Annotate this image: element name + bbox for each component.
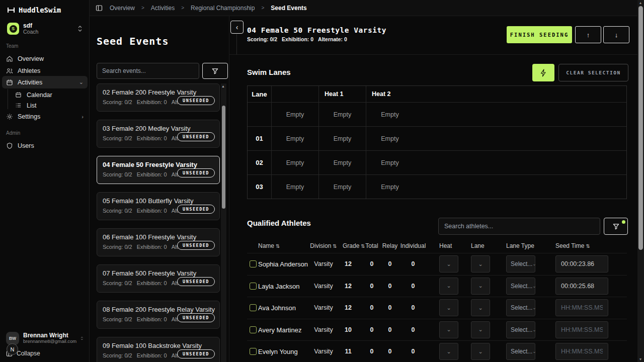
search-events-input[interactable] bbox=[97, 63, 199, 79]
athlete-total: 0 bbox=[366, 260, 378, 267]
scroll-up-icon[interactable]: ▲ bbox=[221, 84, 225, 88]
event-scoring: Scoring: 0/2 bbox=[103, 244, 132, 250]
column-header-seed-time[interactable]: Seed Time bbox=[555, 242, 584, 249]
lane-dropdown[interactable]: ⌄ bbox=[471, 299, 490, 316]
event-card[interactable]: 09 Female 100 Backstroke Varsity Scoring… bbox=[97, 337, 220, 362]
athlete-checkbox[interactable] bbox=[250, 283, 257, 290]
event-exhibition: Exhibition: 0 bbox=[137, 99, 167, 105]
page-scrollbar[interactable]: ▲ ▼ bbox=[637, 0, 644, 362]
event-card[interactable]: 07 Female 500 Freestyle Varsity Scoring:… bbox=[97, 264, 220, 293]
lane-slot[interactable]: Empty bbox=[272, 127, 319, 150]
events-scrollbar[interactable]: ▲ bbox=[221, 83, 226, 362]
lane-slot[interactable]: Empty bbox=[319, 175, 366, 199]
divider bbox=[229, 54, 638, 55]
lane-dropdown[interactable]: ⌄ bbox=[471, 255, 490, 273]
seed-time-input[interactable] bbox=[555, 321, 608, 338]
events-scrollbar-thumb[interactable] bbox=[222, 106, 225, 209]
sidebar-item-athletes[interactable]: Athletes bbox=[2, 64, 88, 77]
previous-event-button[interactable]: ↑ bbox=[575, 26, 601, 43]
lane-slot[interactable]: Empty bbox=[272, 151, 319, 174]
scroll-down-icon[interactable]: ▼ bbox=[639, 357, 642, 361]
search-athletes-input[interactable] bbox=[438, 218, 600, 235]
lane-slot[interactable]: Empty bbox=[366, 175, 414, 199]
lane-dropdown[interactable]: ⌄ bbox=[471, 278, 490, 295]
lane-slot[interactable]: Empty bbox=[366, 151, 414, 174]
column-header-grade[interactable]: Grade bbox=[343, 242, 359, 249]
status-badge: UNSEEDED bbox=[177, 349, 215, 358]
heat-dropdown[interactable]: ⌄ bbox=[439, 278, 458, 295]
filter-athletes-button[interactable] bbox=[604, 218, 628, 235]
heat-dropdown[interactable]: ⌄ bbox=[439, 343, 458, 360]
lane-slot[interactable]: Empty bbox=[366, 127, 414, 150]
event-exhibition: Exhibition: 0 bbox=[137, 280, 167, 286]
divider bbox=[236, 34, 237, 55]
seed-time-input[interactable] bbox=[555, 278, 608, 295]
chevron-down-icon: ⌄ bbox=[478, 283, 482, 289]
athlete-grade: 12 bbox=[341, 260, 356, 267]
seed-time-input[interactable] bbox=[555, 343, 608, 360]
lane-slot[interactable]: Empty bbox=[272, 175, 319, 199]
status-badge: UNSEEDED bbox=[177, 277, 215, 286]
athlete-checkbox[interactable] bbox=[250, 326, 257, 333]
status-badge: UNSEEDED bbox=[177, 132, 215, 141]
sidebar-item-overview[interactable]: Overview bbox=[2, 52, 88, 65]
lane-type-select[interactable]: Select...⌄ bbox=[506, 343, 535, 360]
lane-dropdown[interactable]: ⌄ bbox=[471, 321, 490, 338]
filter-active-dot bbox=[622, 220, 625, 224]
lane-type-select[interactable]: Select...⌄ bbox=[506, 255, 535, 273]
event-card-selected[interactable]: 04 Female 50 Freestyle Varsity Scoring: … bbox=[97, 156, 220, 184]
filter-events-button[interactable] bbox=[202, 63, 228, 79]
seed-time-input[interactable] bbox=[555, 255, 608, 273]
event-title: 08 Female 200 Freestyle Relay Varsity bbox=[103, 306, 214, 313]
seed-time-input[interactable] bbox=[555, 299, 608, 316]
athlete-name: Layla Jackson bbox=[258, 282, 299, 290]
athlete-checkbox[interactable] bbox=[250, 260, 257, 267]
lane-slot[interactable]: Empty bbox=[319, 151, 366, 174]
event-card[interactable]: 06 Female 100 Freestyle Varsity Scoring:… bbox=[97, 228, 220, 256]
sort-icon[interactable]: ⇅ bbox=[276, 243, 280, 249]
column-header-division[interactable]: Division bbox=[310, 242, 331, 249]
heat-dropdown[interactable]: ⌄ bbox=[439, 299, 458, 316]
page-scrollbar-thumb[interactable] bbox=[638, 6, 643, 250]
breadcrumb-overview[interactable]: Overview bbox=[110, 5, 135, 12]
lane-slot[interactable]: Empty bbox=[272, 103, 319, 126]
sort-icon[interactable]: ⇅ bbox=[586, 243, 590, 249]
chevron-down-icon: ⌄ bbox=[446, 326, 451, 333]
breadcrumb-regional-championship[interactable]: Regional Championship bbox=[191, 5, 255, 12]
event-card[interactable]: 08 Female 200 Freestyle Relay Varsity Sc… bbox=[97, 301, 220, 329]
sidebar-item-activities[interactable]: Activities ⌄ bbox=[2, 76, 88, 88]
status-badge: UNSEEDED bbox=[177, 168, 215, 177]
sort-icon[interactable]: ⇅ bbox=[333, 243, 337, 249]
column-header-name[interactable]: Name bbox=[258, 242, 274, 249]
heat-dropdown[interactable]: ⌄ bbox=[439, 255, 458, 273]
back-button[interactable]: ‹ bbox=[230, 21, 244, 34]
lane-type-select[interactable]: Select...⌄ bbox=[506, 278, 535, 295]
sidebar-toggle-button[interactable] bbox=[94, 3, 105, 14]
lane-slot[interactable]: Empty bbox=[366, 103, 414, 126]
sidebar-item-label: Settings bbox=[18, 113, 40, 120]
auto-seed-button[interactable] bbox=[532, 64, 554, 81]
event-card[interactable]: 02 Female 200 Freestyle Varsity Scoring:… bbox=[97, 83, 220, 112]
clear-selection-button[interactable]: CLEAR SELECTION bbox=[558, 64, 628, 81]
heat-dropdown[interactable]: ⌄ bbox=[439, 321, 458, 338]
event-card[interactable]: 05 Female 100 Butterfly Varsity Scoring:… bbox=[97, 192, 220, 220]
column-header-lane-type: Lane Type bbox=[506, 242, 534, 249]
account-switcher[interactable]: S sdf Coach bbox=[4, 20, 86, 37]
sidebar-item-settings[interactable]: Settings › bbox=[2, 110, 88, 123]
lane-type-select[interactable]: Select...⌄ bbox=[506, 321, 535, 338]
finish-seeding-button[interactable]: FINISH SEEDING bbox=[507, 26, 572, 43]
athlete-checkbox[interactable] bbox=[250, 304, 257, 311]
breadcrumb-activities[interactable]: Activities bbox=[151, 5, 175, 12]
lane-type-select[interactable]: Select...⌄ bbox=[506, 299, 535, 316]
lane-dropdown[interactable]: ⌄ bbox=[471, 343, 490, 360]
lane-slot[interactable]: Empty bbox=[319, 103, 366, 126]
user-menu[interactable]: BW Brennan Wright brennanme8@gmail.com bbox=[4, 330, 86, 347]
scroll-up-icon[interactable]: ▲ bbox=[639, 1, 642, 5]
sidebar-item-users[interactable]: Users bbox=[2, 139, 88, 152]
lane-slot[interactable]: Empty bbox=[319, 127, 366, 150]
topbar: Overview > Activities > Regional Champio… bbox=[90, 0, 644, 16]
athlete-checkbox[interactable] bbox=[250, 348, 257, 355]
next-event-button[interactable]: ↓ bbox=[603, 26, 629, 43]
event-card[interactable]: 03 Female 200 Medley Varsity Scoring: 0/… bbox=[97, 120, 220, 148]
chevron-down-icon: ⌄ bbox=[446, 305, 451, 311]
